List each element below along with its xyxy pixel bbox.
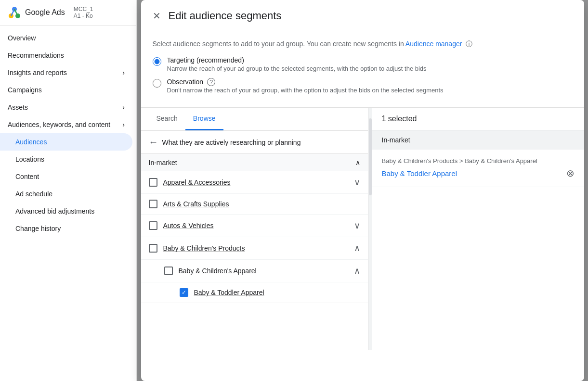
chevron-down-icon: ∨ bbox=[354, 177, 360, 188]
svg-point-0 bbox=[9, 13, 13, 18]
sidebar-item-insights[interactable]: Insights and reports › bbox=[0, 64, 132, 81]
radio-section: Targeting (recommended) Narrow the reach… bbox=[141, 52, 584, 107]
sidebar-item-advanced-bid[interactable]: Advanced bid adjustments bbox=[0, 203, 132, 220]
right-panel: 1 selected In-market Baby & Children's P… bbox=[372, 108, 584, 350]
targeting-radio[interactable] bbox=[153, 57, 161, 66]
sidebar-item-recommendations[interactable]: Recommendations bbox=[0, 47, 132, 64]
list-item[interactable]: Autos & Vehicles ∨ bbox=[141, 215, 368, 237]
sidebar: Google Ads MCC_1 A1 - Ko Overview Recomm… bbox=[0, 0, 137, 381]
chevron-down-icon: ∨ bbox=[354, 220, 360, 231]
edit-audience-modal: ✕ Edit audience segments Select audience… bbox=[141, 0, 584, 381]
selected-segment-item: Baby & Children's Products > Baby & Chil… bbox=[372, 150, 584, 187]
modal-title: Edit audience segments bbox=[169, 10, 282, 22]
in-market-label: In-market bbox=[372, 130, 584, 150]
modal-header: ✕ Edit audience segments bbox=[141, 0, 584, 32]
chevron-up-icon: ∧ bbox=[354, 243, 360, 254]
close-icon[interactable]: ✕ bbox=[153, 11, 161, 21]
tab-browse[interactable]: Browse bbox=[185, 108, 223, 130]
breadcrumb-text: What they are actively researching or pl… bbox=[162, 139, 301, 146]
list-item[interactable]: Arts & Crafts Supplies bbox=[141, 194, 368, 215]
category-checkbox-checked[interactable] bbox=[180, 288, 188, 297]
sidebar-nav: Overview Recommendations Insights and re… bbox=[0, 25, 136, 241]
observation-radio[interactable] bbox=[153, 79, 161, 88]
observation-label: Observation ? bbox=[167, 78, 444, 86]
back-button[interactable]: ← bbox=[149, 137, 158, 148]
chevron-right-icon: › bbox=[122, 121, 125, 128]
chevron-up-icon: ∧ bbox=[354, 266, 360, 276]
selected-item-path: Baby & Children's Products > Baby & Chil… bbox=[382, 157, 575, 165]
category-list: In-market ∧ Apparel & Accessories ∨ bbox=[141, 154, 368, 350]
selected-header: 1 selected bbox=[372, 108, 584, 130]
category-checkbox[interactable] bbox=[149, 221, 157, 230]
selected-item-name: Baby & Toddler Apparel ⊗ bbox=[382, 167, 575, 179]
account-info: MCC_1 A1 - Ko bbox=[74, 6, 93, 19]
targeting-option: Targeting (recommended) Narrow the reach… bbox=[153, 56, 573, 72]
browse-area: Search Browse ← What they are actively r… bbox=[141, 107, 584, 350]
modal-top-text: Select audience segments to add to your … bbox=[141, 32, 584, 52]
chevron-up-icon: ∧ bbox=[355, 159, 360, 166]
list-item[interactable]: Baby & Children's Apparel ∧ bbox=[141, 260, 368, 282]
sidebar-item-audiences-keywords[interactable]: Audiences, keywords, and content › bbox=[0, 116, 132, 133]
observation-desc: Don't narrow the reach of your ad group,… bbox=[167, 87, 444, 94]
sidebar-item-campaigns[interactable]: Campaigns bbox=[0, 81, 132, 99]
observation-option: Observation ? Don't narrow the reach of … bbox=[153, 78, 573, 94]
scrollbar[interactable] bbox=[368, 108, 372, 350]
category-checkbox[interactable] bbox=[149, 244, 157, 253]
audience-manager-link[interactable]: Audience manager bbox=[405, 40, 462, 48]
scrollbar-thumb[interactable] bbox=[369, 118, 372, 195]
google-ads-logo: Google Ads bbox=[8, 6, 65, 19]
sidebar-item-ad-schedule[interactable]: Ad schedule bbox=[0, 185, 132, 203]
category-checkbox[interactable] bbox=[149, 178, 157, 187]
remove-segment-button[interactable]: ⊗ bbox=[566, 167, 575, 179]
tabs: Search Browse bbox=[141, 108, 368, 131]
targeting-label: Targeting (recommended) bbox=[167, 56, 427, 64]
targeting-desc: Narrow the reach of your ad group to the… bbox=[167, 65, 427, 72]
google-ads-logo-icon bbox=[8, 6, 21, 19]
info-icon: ⓘ bbox=[466, 40, 472, 48]
category-checkbox[interactable] bbox=[164, 267, 173, 275]
help-icon: ? bbox=[207, 78, 215, 86]
main-content: ✕ Edit audience segments Select audience… bbox=[137, 0, 588, 381]
sidebar-item-audiences[interactable]: Audiences bbox=[0, 133, 132, 151]
left-panel: Search Browse ← What they are actively r… bbox=[141, 108, 368, 350]
sidebar-item-change-history[interactable]: Change history bbox=[0, 220, 132, 237]
selected-count: 1 selected bbox=[382, 114, 417, 123]
list-item[interactable]: Baby & Toddler Apparel bbox=[141, 282, 368, 303]
sidebar-header: Google Ads MCC_1 A1 - Ko bbox=[0, 0, 136, 25]
list-item[interactable]: Baby & Children's Products ∧ bbox=[141, 237, 368, 260]
sidebar-item-locations[interactable]: Locations bbox=[0, 151, 132, 168]
modal-body: Select audience segments to add to your … bbox=[141, 32, 584, 381]
logo-text: Google Ads bbox=[25, 8, 65, 17]
in-market-section-header: In-market ∧ bbox=[141, 154, 368, 171]
category-checkbox[interactable] bbox=[149, 200, 157, 208]
chevron-right-icon: › bbox=[122, 69, 125, 76]
chevron-right-icon: › bbox=[122, 103, 125, 111]
sidebar-item-content[interactable]: Content bbox=[0, 168, 132, 185]
list-item[interactable]: Apparel & Accessories ∨ bbox=[141, 171, 368, 194]
tab-search[interactable]: Search bbox=[149, 108, 185, 130]
breadcrumb-row: ← What they are actively researching or … bbox=[141, 131, 368, 154]
sidebar-item-assets[interactable]: Assets › bbox=[0, 99, 132, 116]
sidebar-item-overview[interactable]: Overview bbox=[0, 29, 132, 47]
